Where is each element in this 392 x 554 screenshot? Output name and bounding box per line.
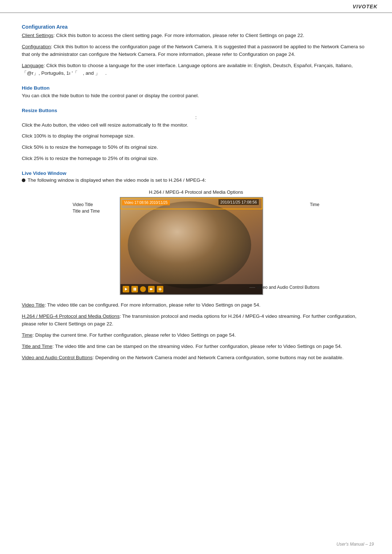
hide-button-section: Hide Button You can click the hide butto…: [22, 85, 370, 100]
page-footer: User's Manual – 19: [336, 542, 374, 547]
hide-button-heading: Hide Button: [22, 85, 370, 91]
language-para: Language: Click this button to choose a …: [22, 62, 370, 77]
resize-line-4: Click 25% is to resize the homepage to 2…: [22, 155, 370, 163]
video-control-bar: [121, 284, 262, 294]
video-audio-ctrl-text: : Depending on the Network Camera model …: [93, 355, 344, 360]
svg-rect-4: [160, 288, 160, 291]
bullet-icon: [22, 178, 25, 182]
arrow-indicator: [249, 287, 255, 288]
diagram-wrapper: Video Title Title and Time Time Video 17…: [73, 197, 319, 295]
page-header: VIVOTEK: [0, 0, 392, 13]
diagram-title: H.264 / MPEG-4 Protocol and Media Option…: [149, 189, 243, 195]
ctrl-btn-1: [123, 286, 129, 292]
fisheye-overlay: [128, 201, 251, 288]
resize-buttons-section: Resize Buttons : Click the Auto button, …: [22, 108, 370, 163]
resize-line-3: Click 50% is to resize the homepage to 5…: [22, 144, 370, 151]
configuration-area-section: Configuration Area Client Settings: Clic…: [22, 24, 370, 77]
video-title-label: Video Title: [22, 302, 45, 308]
live-video-bullet-line: The following window is displayed when t…: [22, 177, 370, 183]
ctrl-btn-circle: [140, 286, 146, 292]
time-desc: Time: Display the current time. For furt…: [22, 332, 370, 339]
label-audio-ctrl: Video and Audio Control Buttons: [249, 285, 319, 290]
brand-logo: VIVOTEK: [353, 4, 377, 9]
label-title-time: Title and Time: [73, 209, 100, 214]
resize-line-2: Click 100% is to display the original ho…: [22, 132, 370, 140]
video-audio-ctrl-desc: Video and Audio Control Buttons: Dependi…: [22, 354, 370, 362]
label-time: Time: [310, 202, 319, 207]
title-and-time-label: Title and Time: [22, 344, 52, 349]
language-label: Language: [22, 63, 44, 68]
audio-ctrl-text: Video and Audio Control Buttons: [257, 285, 319, 290]
live-video-window-heading: Live Video Window: [22, 171, 370, 176]
h264-protocol-desc: H.264 / MPEG-4 Protocol and Media Option…: [22, 313, 370, 328]
client-settings-text: : Click this button to access the client…: [53, 33, 304, 38]
resize-colon: :: [22, 115, 370, 120]
time-text: : Display the current time. For further …: [33, 332, 236, 338]
live-video-bullet-text: The following window is displayed when t…: [28, 177, 206, 183]
svg-rect-2: [135, 288, 136, 291]
ctrl-btn-2: [131, 286, 138, 292]
video-audio-ctrl-label: Video and Audio Control Buttons: [22, 355, 93, 360]
main-content: Configuration Area Client Settings: Clic…: [0, 13, 392, 384]
time-label: Time: [22, 332, 33, 338]
ctrl-btn-4: [157, 286, 163, 292]
resize-line-1: Click the Auto button, the video cell wi…: [22, 122, 370, 129]
video-diagram: H.264 / MPEG-4 Protocol and Media Option…: [22, 189, 370, 295]
client-settings-para: Client Settings: Click this button to ac…: [22, 32, 370, 40]
configuration-para: Configuration: Click this button to acce…: [22, 43, 370, 58]
h264-protocol-label: H.264 / MPEG-4 Protocol and Media Option…: [22, 313, 119, 319]
configuration-text: : Click this button to access the config…: [22, 44, 364, 57]
video-title-desc: Video Title: The video title can be conf…: [22, 301, 370, 309]
configuration-label: Configuration: [22, 44, 51, 49]
footer-text: User's Manual – 19: [336, 542, 374, 547]
svg-rect-1: [134, 288, 135, 291]
video-time-display: 2010/11/25 17:08:56: [219, 199, 259, 205]
title-and-time-desc: Title and Time: The video title and time…: [22, 343, 370, 350]
resize-buttons-heading: Resize Buttons: [22, 108, 370, 113]
language-text: : Click this button to choose a language…: [22, 63, 353, 76]
live-video-window-section: Live Video Window The following window i…: [22, 171, 370, 362]
configuration-area-heading: Configuration Area: [22, 24, 370, 30]
label-video-title: Video Title: [73, 202, 93, 207]
video-title-text: : The video title can be configured. For…: [45, 302, 261, 308]
hide-button-text: You can click the hide button to hide th…: [22, 92, 370, 100]
video-frame: Video 17:08:56 2010/11/25 2010/11/25 17:…: [120, 197, 263, 295]
svg-marker-0: [125, 288, 127, 291]
ctrl-btn-3: [148, 286, 155, 292]
client-settings-label: Client Settings: [22, 33, 53, 38]
video-info-bar: Video 17:08:56 2010/11/25: [122, 200, 170, 205]
title-and-time-text: : The video title and time can be stampe…: [52, 344, 342, 349]
